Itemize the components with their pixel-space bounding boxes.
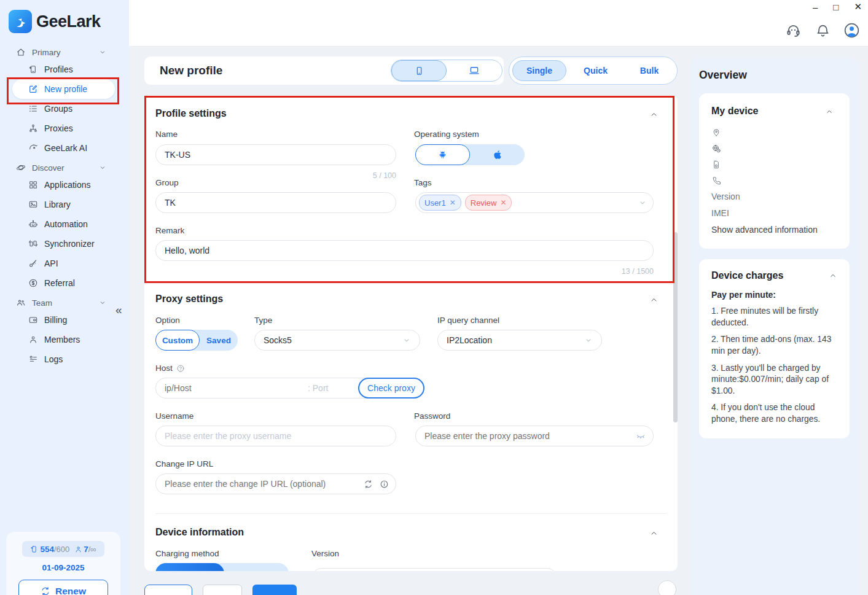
name-input[interactable] (155, 144, 396, 165)
sidebar-item-proxies[interactable]: Proxies (0, 119, 129, 138)
proxy-type-select[interactable]: Socks5 (254, 330, 420, 351)
sidebar-item-label: New profile (44, 84, 87, 94)
usage-card: 554 /600 7 /∞ 01-09-2025 Renew (6, 532, 120, 595)
info-icon[interactable] (380, 480, 389, 489)
sidebar-item-label: Library (44, 200, 71, 209)
tab-label: Quick (584, 66, 608, 76)
collapse-card-icon[interactable] (829, 271, 837, 280)
minimize-icon[interactable]: – (813, 2, 818, 12)
os-ios[interactable] (470, 149, 525, 160)
collapse-section-icon[interactable] (649, 295, 659, 305)
sidebar-item-groups[interactable]: Groups (0, 99, 129, 118)
tag-remove-icon[interactable]: ✕ (450, 198, 456, 207)
logs-icon (28, 354, 38, 364)
maximize-icon[interactable]: □ (833, 2, 839, 12)
applications-icon (28, 180, 38, 190)
ip-query-select[interactable]: IP2Location (437, 330, 602, 351)
support-icon[interactable] (786, 23, 801, 38)
sidebar-item-label: GeeLark AI (44, 143, 87, 153)
charging-selected-segment[interactable] (155, 563, 224, 571)
timezone-globe-icon (711, 144, 721, 154)
sidebar-item-label: Referral (44, 278, 75, 288)
check-proxy-button[interactable]: Check proxy (358, 378, 424, 399)
collapse-card-icon[interactable] (825, 107, 834, 116)
charging-method-toggle[interactable] (155, 563, 289, 571)
synchronizer-icon (28, 239, 38, 249)
notifications-bell-icon[interactable] (815, 23, 831, 38)
os-label: Operating system (414, 130, 479, 139)
charges-item: 2. Then time add-ons (max. 143 min per d… (711, 334, 837, 357)
tag-label: Review (471, 198, 497, 208)
device-version-select[interactable] (311, 568, 557, 571)
sidebar-group-primary[interactable]: Primary (0, 44, 129, 61)
device-type-phone[interactable] (391, 60, 447, 81)
sidebar-group-discover[interactable]: Discover (0, 159, 129, 176)
device-type-desktop[interactable] (447, 65, 502, 76)
footer-button-primary[interactable] (252, 585, 297, 595)
footer-button-outline-blue[interactable] (144, 585, 192, 595)
check-proxy-label: Check proxy (367, 383, 415, 393)
apple-icon (492, 149, 503, 160)
option-custom[interactable]: Custom (155, 330, 200, 351)
sidebar-item-label: Members (44, 335, 80, 344)
sidebar-item-billing[interactable]: Billing (0, 311, 129, 329)
geelark-ai-icon (28, 143, 38, 153)
section-title-proxy-settings: Proxy settings (155, 294, 223, 305)
renew-button[interactable]: Renew (18, 580, 108, 595)
sidebar-item-label: Proxies (44, 123, 73, 133)
sidebar-group-team[interactable]: Team (0, 294, 129, 311)
proxy-password-input[interactable] (424, 431, 636, 441)
tab-single[interactable]: Single (512, 60, 566, 81)
chevron-down-icon (638, 198, 647, 207)
my-device-title: My device (711, 106, 758, 117)
os-android[interactable] (415, 144, 470, 165)
remark-input[interactable] (155, 240, 654, 261)
help-icon[interactable] (176, 364, 185, 373)
group-label: Primary (32, 48, 61, 57)
change-ip-input[interactable] (165, 479, 349, 489)
proxy-option-toggle: Custom Saved (155, 330, 238, 351)
sidebar-item-api[interactable]: API (0, 254, 129, 273)
refresh-icon (41, 586, 50, 595)
sidebar-collapse-icon[interactable]: « (115, 303, 122, 317)
sidebar-item-referral[interactable]: Referral (0, 274, 129, 292)
sidebar-item-applications[interactable]: Applications (0, 176, 129, 194)
footer-button-outline-gray[interactable] (203, 585, 242, 595)
sidebar-item-synchronizer[interactable]: Synchronizer (0, 235, 129, 253)
name-label: Name (155, 130, 178, 139)
show-advanced-link[interactable]: Show advanced information (711, 225, 818, 235)
sidebar-item-geelark-ai[interactable]: GeeLark AI (0, 139, 129, 157)
sidebar-item-label: Groups (44, 104, 72, 114)
sim-card-icon (711, 160, 721, 169)
account-avatar-icon[interactable] (843, 22, 860, 39)
proxy-username-input[interactable] (155, 426, 396, 446)
tab-bulk[interactable]: Bulk (625, 66, 674, 76)
host-input[interactable] (165, 383, 287, 393)
collapse-section-icon[interactable] (649, 110, 659, 119)
collapse-section-icon[interactable] (649, 529, 659, 538)
sidebar-item-automation[interactable]: Automation (0, 215, 129, 233)
brand-logo: GeeLark (9, 10, 101, 33)
tab-quick[interactable]: Quick (566, 66, 625, 76)
sidebar-item-label: Profiles (44, 64, 73, 74)
tags-select[interactable]: User1 ✕ Review ✕ (415, 192, 654, 213)
option-label: Custom (162, 336, 193, 345)
sidebar-item-new-profile[interactable]: New profile (12, 79, 115, 99)
close-icon[interactable]: ✕ (854, 1, 862, 12)
library-icon (28, 200, 38, 209)
tag-user1: User1 ✕ (419, 195, 461, 211)
sidebar-item-members[interactable]: Members (0, 330, 129, 349)
vertical-scrollbar[interactable] (673, 232, 678, 422)
sidebar-item-library[interactable]: Library (0, 195, 129, 214)
sidebar-item-logs[interactable]: Logs (0, 350, 129, 368)
floating-help-button[interactable] (658, 580, 676, 595)
refresh-icon[interactable] (364, 480, 373, 489)
sidebar-item-profiles[interactable]: Profiles (0, 60, 129, 79)
charging-method-label: Charging method (155, 549, 219, 558)
eye-closed-icon[interactable] (636, 431, 646, 441)
group-input[interactable] (155, 192, 396, 213)
option-saved[interactable]: Saved (200, 336, 238, 345)
tag-remove-icon[interactable]: ✕ (500, 198, 506, 207)
phones-used: 554 (40, 545, 54, 554)
renew-label: Renew (55, 586, 86, 595)
